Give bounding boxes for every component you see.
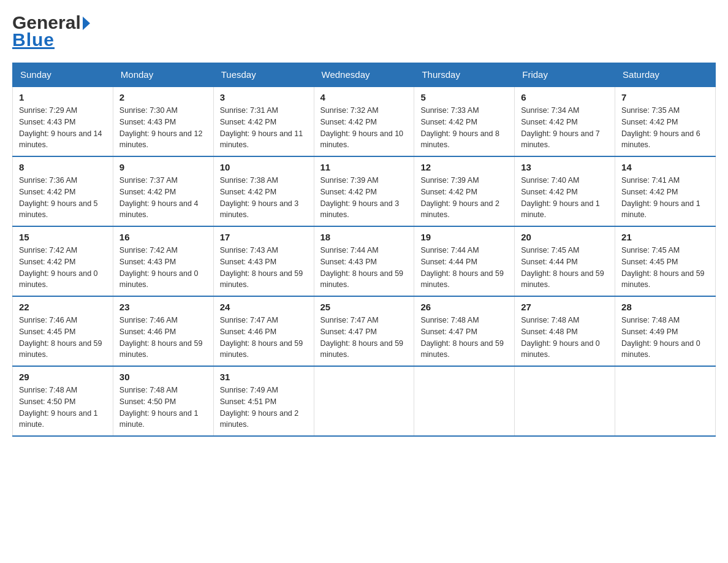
calendar-cell: 13 Sunrise: 7:40 AM Sunset: 4:42 PM Dayl… (515, 156, 615, 226)
day-number: 2 (119, 92, 207, 102)
day-info: Sunrise: 7:39 AM Sunset: 4:42 PM Dayligh… (420, 175, 508, 221)
day-info: Sunrise: 7:31 AM Sunset: 4:42 PM Dayligh… (220, 105, 308, 151)
calendar-cell: 21 Sunrise: 7:45 AM Sunset: 4:45 PM Dayl… (615, 226, 716, 296)
logo-triangle-icon (83, 17, 90, 30)
day-number: 17 (220, 232, 308, 242)
day-info: Sunrise: 7:48 AM Sunset: 4:49 PM Dayligh… (621, 315, 709, 361)
calendar-cell: 31 Sunrise: 7:49 AM Sunset: 4:51 PM Dayl… (213, 366, 314, 436)
calendar-cell (414, 366, 515, 436)
logo-blue-line: Blue (12, 29, 55, 50)
day-number: 10 (220, 162, 308, 172)
day-number: 19 (420, 232, 508, 242)
day-number: 13 (521, 162, 609, 172)
day-info: Sunrise: 7:49 AM Sunset: 4:51 PM Dayligh… (220, 385, 308, 431)
calendar-cell: 28 Sunrise: 7:48 AM Sunset: 4:49 PM Dayl… (615, 296, 716, 366)
week-row-3: 15 Sunrise: 7:42 AM Sunset: 4:42 PM Dayl… (13, 226, 716, 296)
calendar-cell: 30 Sunrise: 7:48 AM Sunset: 4:50 PM Dayl… (113, 366, 213, 436)
calendar-cell: 8 Sunrise: 7:36 AM Sunset: 4:42 PM Dayli… (13, 156, 113, 226)
day-info: Sunrise: 7:44 AM Sunset: 4:43 PM Dayligh… (320, 245, 408, 291)
calendar-cell: 26 Sunrise: 7:48 AM Sunset: 4:47 PM Dayl… (414, 296, 515, 366)
day-number: 29 (19, 372, 107, 382)
header-friday: Friday (515, 63, 615, 87)
calendar-cell (615, 366, 716, 436)
day-number: 12 (420, 162, 508, 172)
day-info: Sunrise: 7:42 AM Sunset: 4:43 PM Dayligh… (119, 245, 207, 291)
logo: General Blue (12, 12, 90, 50)
day-info: Sunrise: 7:39 AM Sunset: 4:42 PM Dayligh… (320, 175, 408, 221)
day-info: Sunrise: 7:30 AM Sunset: 4:43 PM Dayligh… (119, 105, 207, 151)
day-number: 24 (220, 302, 308, 312)
day-info: Sunrise: 7:48 AM Sunset: 4:50 PM Dayligh… (119, 385, 207, 431)
calendar-cell: 12 Sunrise: 7:39 AM Sunset: 4:42 PM Dayl… (414, 156, 515, 226)
day-number: 6 (521, 92, 609, 102)
day-number: 7 (621, 92, 709, 102)
day-number: 28 (621, 302, 709, 312)
day-number: 20 (521, 232, 609, 242)
calendar-cell: 9 Sunrise: 7:37 AM Sunset: 4:42 PM Dayli… (113, 156, 213, 226)
calendar-cell: 25 Sunrise: 7:47 AM Sunset: 4:47 PM Dayl… (314, 296, 414, 366)
day-info: Sunrise: 7:32 AM Sunset: 4:42 PM Dayligh… (320, 105, 408, 151)
day-info: Sunrise: 7:47 AM Sunset: 4:47 PM Dayligh… (320, 315, 408, 361)
day-info: Sunrise: 7:44 AM Sunset: 4:44 PM Dayligh… (420, 245, 508, 291)
day-info: Sunrise: 7:41 AM Sunset: 4:42 PM Dayligh… (621, 175, 709, 221)
day-info: Sunrise: 7:33 AM Sunset: 4:42 PM Dayligh… (420, 105, 508, 151)
calendar-header-row: SundayMondayTuesdayWednesdayThursdayFrid… (13, 63, 716, 87)
calendar-cell: 19 Sunrise: 7:44 AM Sunset: 4:44 PM Dayl… (414, 226, 515, 296)
calendar-cell: 3 Sunrise: 7:31 AM Sunset: 4:42 PM Dayli… (213, 86, 314, 156)
week-row-4: 22 Sunrise: 7:46 AM Sunset: 4:45 PM Dayl… (13, 296, 716, 366)
calendar-cell: 16 Sunrise: 7:42 AM Sunset: 4:43 PM Dayl… (113, 226, 213, 296)
calendar-cell: 15 Sunrise: 7:42 AM Sunset: 4:42 PM Dayl… (13, 226, 113, 296)
calendar-cell: 27 Sunrise: 7:48 AM Sunset: 4:48 PM Dayl… (515, 296, 615, 366)
day-info: Sunrise: 7:45 AM Sunset: 4:45 PM Dayligh… (621, 245, 709, 291)
calendar-cell: 6 Sunrise: 7:34 AM Sunset: 4:42 PM Dayli… (515, 86, 615, 156)
day-number: 5 (420, 92, 508, 102)
calendar-cell: 5 Sunrise: 7:33 AM Sunset: 4:42 PM Dayli… (414, 86, 515, 156)
header-tuesday: Tuesday (213, 63, 314, 87)
day-number: 14 (621, 162, 709, 172)
calendar-cell (314, 366, 414, 436)
calendar-cell: 17 Sunrise: 7:43 AM Sunset: 4:43 PM Dayl… (213, 226, 314, 296)
day-info: Sunrise: 7:36 AM Sunset: 4:42 PM Dayligh… (19, 175, 107, 221)
day-number: 16 (119, 232, 207, 242)
day-number: 3 (220, 92, 308, 102)
calendar-cell: 24 Sunrise: 7:47 AM Sunset: 4:46 PM Dayl… (213, 296, 314, 366)
calendar-cell: 1 Sunrise: 7:29 AM Sunset: 4:43 PM Dayli… (13, 86, 113, 156)
day-info: Sunrise: 7:43 AM Sunset: 4:43 PM Dayligh… (220, 245, 308, 291)
calendar-cell: 18 Sunrise: 7:44 AM Sunset: 4:43 PM Dayl… (314, 226, 414, 296)
day-info: Sunrise: 7:38 AM Sunset: 4:42 PM Dayligh… (220, 175, 308, 221)
day-number: 18 (320, 232, 408, 242)
day-info: Sunrise: 7:29 AM Sunset: 4:43 PM Dayligh… (19, 105, 107, 151)
day-info: Sunrise: 7:46 AM Sunset: 4:46 PM Dayligh… (119, 315, 207, 361)
header-thursday: Thursday (414, 63, 515, 87)
calendar-cell: 7 Sunrise: 7:35 AM Sunset: 4:42 PM Dayli… (615, 86, 716, 156)
calendar-cell: 14 Sunrise: 7:41 AM Sunset: 4:42 PM Dayl… (615, 156, 716, 226)
day-number: 15 (19, 232, 107, 242)
day-number: 25 (320, 302, 408, 312)
calendar-cell: 11 Sunrise: 7:39 AM Sunset: 4:42 PM Dayl… (314, 156, 414, 226)
week-row-2: 8 Sunrise: 7:36 AM Sunset: 4:42 PM Dayli… (13, 156, 716, 226)
day-info: Sunrise: 7:42 AM Sunset: 4:42 PM Dayligh… (19, 245, 107, 291)
day-number: 1 (19, 92, 107, 102)
week-row-5: 29 Sunrise: 7:48 AM Sunset: 4:50 PM Dayl… (13, 366, 716, 436)
day-info: Sunrise: 7:48 AM Sunset: 4:47 PM Dayligh… (420, 315, 508, 361)
calendar-cell: 29 Sunrise: 7:48 AM Sunset: 4:50 PM Dayl… (13, 366, 113, 436)
header-sunday: Sunday (13, 63, 113, 87)
calendar-cell (515, 366, 615, 436)
day-number: 30 (119, 372, 207, 382)
header-wednesday: Wednesday (314, 63, 414, 87)
day-info: Sunrise: 7:40 AM Sunset: 4:42 PM Dayligh… (521, 175, 609, 221)
calendar-cell: 20 Sunrise: 7:45 AM Sunset: 4:44 PM Dayl… (515, 226, 615, 296)
day-info: Sunrise: 7:48 AM Sunset: 4:50 PM Dayligh… (19, 385, 107, 431)
day-number: 22 (19, 302, 107, 312)
day-number: 11 (320, 162, 408, 172)
calendar-table: SundayMondayTuesdayWednesdayThursdayFrid… (12, 63, 716, 437)
header-saturday: Saturday (615, 63, 716, 87)
header-monday: Monday (113, 63, 213, 87)
day-number: 31 (220, 372, 308, 382)
day-info: Sunrise: 7:35 AM Sunset: 4:42 PM Dayligh… (621, 105, 709, 151)
day-number: 9 (119, 162, 207, 172)
day-number: 21 (621, 232, 709, 242)
day-number: 8 (19, 162, 107, 172)
calendar-cell: 2 Sunrise: 7:30 AM Sunset: 4:43 PM Dayli… (113, 86, 213, 156)
page-header: General Blue (12, 12, 716, 50)
